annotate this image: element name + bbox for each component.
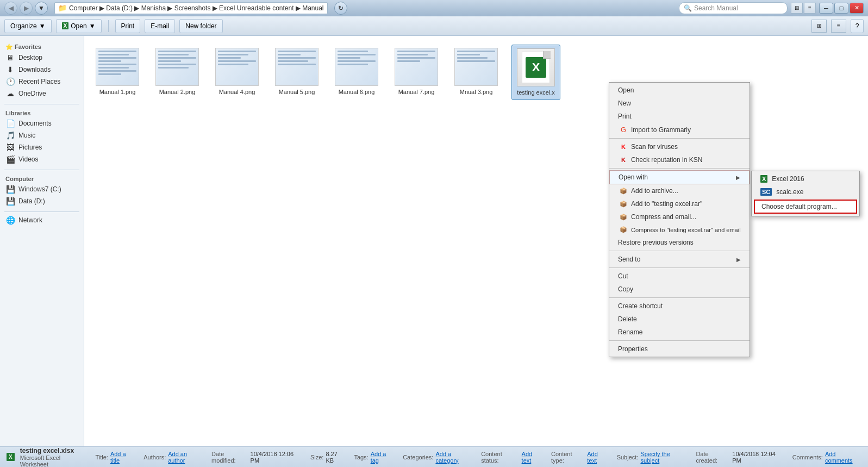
forward-button[interactable]: ▶ <box>20 2 33 15</box>
help-button[interactable]: ? <box>851 19 864 33</box>
status-comments-value[interactable]: Add comments <box>825 451 861 464</box>
ctx-compress-email[interactable]: 📦 Compress and email... <box>609 210 750 223</box>
pictures-icon: 🖼 <box>5 143 15 152</box>
search-placeholder: Search Manual <box>694 4 738 12</box>
file-name: Manual 1.png <box>95 88 140 96</box>
view-list-btn[interactable]: ≡ <box>804 3 816 14</box>
sidebar-item-videos[interactable]: 🎬 Videos <box>0 153 84 165</box>
ctx-open[interactable]: Open <box>609 84 750 97</box>
ctx-restore[interactable]: Restore previous versions <box>609 236 750 249</box>
status-tags-value[interactable]: Add a tag <box>371 451 394 464</box>
sidebar-item-desktop[interactable]: 🖥 Desktop <box>0 52 84 64</box>
ctx-rename[interactable]: Rename <box>609 326 750 339</box>
view-icon-btn[interactable]: ⊞ <box>811 20 827 33</box>
file-item-manual1[interactable]: Manual 1.png <box>93 45 142 100</box>
status-size: Size: 8.27 KB <box>310 451 345 464</box>
status-tags: Tags: Add a tag <box>354 451 394 464</box>
file-thumbnail <box>275 48 319 86</box>
up-button[interactable]: ▼ <box>35 2 48 15</box>
email-button[interactable]: E-mail <box>145 19 175 33</box>
view-change-btn[interactable]: ⊞ <box>791 3 803 14</box>
back-button[interactable]: ◀ <box>4 2 17 15</box>
sidebar-item-c-drive[interactable]: 💾 Windows7 (C:) <box>0 183 84 195</box>
ctx-compress-rar-email[interactable]: 📦 Compress to "testing excel.rar" and em… <box>609 223 750 236</box>
sidebar-item-music[interactable]: 🎵 Music <box>0 129 84 141</box>
ctx-add-rar[interactable]: 📦 Add to "testing excel.rar" <box>609 197 750 210</box>
sidebar-item-label: Network <box>18 216 42 224</box>
file-item-manual2[interactable]: Manual 2.png <box>153 45 202 100</box>
status-title-value[interactable]: Add a title <box>110 451 135 464</box>
downloads-icon: ⬇ <box>5 65 15 74</box>
submenu-excel[interactable]: X Excel 2016 <box>752 172 859 185</box>
ctx-new[interactable]: New <box>609 97 750 110</box>
ctx-open-with[interactable]: Open with ▶ X Excel 2016 SC scalc.exe Ch… <box>609 170 750 184</box>
breadcrumb[interactable]: 📁 Computer ▶ Data (D:) ▶ Manisha ▶ Scree… <box>54 2 328 14</box>
status-subject-value[interactable]: Specify the subject <box>640 451 687 464</box>
sidebar-item-network[interactable]: 🌐 Network <box>0 214 84 226</box>
sidebar-item-downloads[interactable]: ⬇ Downloads <box>0 64 84 76</box>
file-item-testing-excel[interactable]: X testing excel.x <box>511 45 560 100</box>
refresh-button[interactable]: ↻ <box>334 2 347 15</box>
file-thumbnail <box>454 48 498 86</box>
ctx-scan[interactable]: K Scan for viruses <box>609 140 750 153</box>
ctx-grammarly[interactable]: G Import to Grammarly <box>609 123 750 136</box>
ctx-cut-label: Cut <box>618 272 741 280</box>
submenu-default-program[interactable]: Choose default program... <box>754 200 857 214</box>
winrar-icon-4: 📦 <box>618 226 629 233</box>
status-tags-label: Tags: <box>354 454 368 460</box>
ctx-copy[interactable]: Copy <box>609 283 750 296</box>
ctx-create-shortcut[interactable]: Create shortcut <box>609 300 750 313</box>
file-item-manual4[interactable]: Manual 4.png <box>213 45 261 100</box>
maximize-button[interactable]: □ <box>834 3 848 14</box>
status-content-type-label: Content type: <box>551 451 585 464</box>
ctx-reputation[interactable]: K Check reputation in KSN <box>609 153 750 166</box>
ctx-send-to-label: Send to <box>618 256 736 263</box>
breadcrumb-text: Computer ▶ Data (D:) ▶ Manisha ▶ Screens… <box>69 4 324 12</box>
file-item-mnual3[interactable]: Mnual 3.png <box>452 45 501 100</box>
ctx-scan-label: Scan for viruses <box>631 143 741 151</box>
sidebar-item-documents[interactable]: 📄 Documents <box>0 117 84 129</box>
ctx-send-to[interactable]: Send to ▶ <box>609 253 750 266</box>
organize-label: Organize <box>10 22 37 30</box>
status-content-status-value[interactable]: Add text <box>522 451 542 464</box>
file-item-manual6[interactable]: Manual 6.png <box>332 45 381 100</box>
close-button[interactable]: ✕ <box>850 3 864 14</box>
sidebar-item-pictures[interactable]: 🖼 Pictures <box>0 141 84 153</box>
status-categories-value[interactable]: Add a category <box>435 451 472 464</box>
status-authors-value[interactable]: Add an author <box>168 451 203 464</box>
sidebar-item-label: Recent Places <box>18 78 60 85</box>
submenu-scalc[interactable]: SC scalc.exe <box>752 185 859 198</box>
nav-buttons: ◀ ▶ ▼ <box>4 2 48 15</box>
ctx-cut[interactable]: Cut <box>609 270 750 283</box>
sidebar-item-label: Data (D:) <box>18 197 45 205</box>
organize-button[interactable]: Organize ▼ <box>4 19 52 33</box>
ctx-properties-label: Properties <box>618 345 741 353</box>
network-section: 🌐 Network <box>0 214 84 226</box>
ctx-add-archive[interactable]: 📦 Add to archive... <box>609 184 750 197</box>
view-details-btn[interactable]: ≡ <box>831 20 846 33</box>
minimize-button[interactable]: ─ <box>819 3 833 14</box>
file-name: testing excel.x <box>514 89 558 96</box>
sidebar-item-label: Downloads <box>18 66 51 73</box>
ctx-delete[interactable]: Delete <box>609 313 750 326</box>
libraries-header: Libraries <box>0 107 84 117</box>
file-item-manual7[interactable]: Manual 7.png <box>392 45 441 100</box>
title-bar-left: ◀ ▶ ▼ 📁 Computer ▶ Data (D:) ▶ Manisha ▶… <box>4 2 347 15</box>
open-with-submenu: X Excel 2016 SC scalc.exe Choose default… <box>751 171 860 216</box>
open-button[interactable]: X Open ▼ <box>56 19 102 33</box>
sidebar-item-d-drive[interactable]: 💾 Data (D:) <box>0 195 84 207</box>
desktop-icon: 🖥 <box>5 53 15 62</box>
status-file-type: Microsoft Excel Worksheet <box>20 454 87 468</box>
status-content-type-value[interactable]: Add text <box>587 451 608 464</box>
grammarly-icon: G <box>618 126 629 134</box>
sidebar-item-recent[interactable]: 🕐 Recent Places <box>0 76 84 88</box>
search-bar[interactable]: 🔍 Search Manual <box>679 2 788 14</box>
new-folder-button[interactable]: New folder <box>179 19 222 33</box>
file-item-manual5[interactable]: Manual 5.png <box>272 45 321 100</box>
sidebar-item-onedrive[interactable]: ☁ OneDrive <box>0 88 84 99</box>
ctx-separator-4 <box>609 267 750 268</box>
ctx-properties[interactable]: Properties <box>609 343 750 356</box>
print-button[interactable]: Print <box>115 19 141 33</box>
ctx-print[interactable]: Print <box>609 110 750 123</box>
sidebar-item-label: OneDrive <box>18 90 46 97</box>
